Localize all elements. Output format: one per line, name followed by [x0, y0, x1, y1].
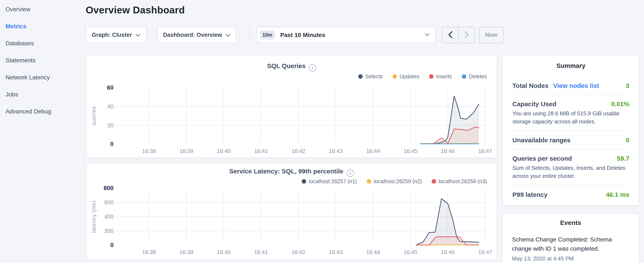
- graph-scope-label: Graph: Cluster: [92, 32, 132, 38]
- info-icon[interactable]: i: [309, 64, 316, 72]
- sql-queries-chart-title: SQL Queriesi: [86, 62, 497, 72]
- legend-label: Deletes: [469, 73, 487, 80]
- summary-row-p99: P99 latency 46.1 ms: [512, 185, 629, 203]
- unavailable-ranges-label: Unavailable ranges: [512, 137, 570, 144]
- time-range-selector[interactable]: 10m Past 10 Minutes: [257, 27, 436, 43]
- legend-dot-icon: [367, 179, 371, 184]
- summary-row-capacity: Capacity Used 0.01% You are using 28.6 M…: [512, 95, 629, 131]
- legend-label: Inserts: [436, 73, 452, 80]
- dashboard-label: Dashboard: Overview: [163, 32, 222, 38]
- time-range-label: Past 10 Minutes: [280, 32, 325, 39]
- sidebar-item-statements[interactable]: Statements: [0, 53, 85, 70]
- view-nodes-list-link[interactable]: View nodes list: [553, 82, 599, 89]
- service-latency-legend: localhost:26257 (n1)localhost:26259 (n2)…: [302, 178, 487, 184]
- chevron-down-icon: [225, 32, 230, 38]
- legend-item: localhost:26259 (n2): [367, 178, 422, 184]
- event-timestamp: May 13, 2020 at 4:45 PM: [512, 255, 629, 262]
- sidebar: Overview Metrics Databases Statements Ne…: [0, 0, 85, 263]
- legend-dot-icon: [429, 74, 434, 79]
- summary-title: Summary: [512, 62, 629, 69]
- summary-row-qps: Queries per second 59.7 Sum of Selects, …: [512, 149, 629, 185]
- service-latency-chart-card: [86, 163, 497, 260]
- summary-row-total-nodes: Total Nodes View nodes list 3: [512, 77, 629, 95]
- info-icon[interactable]: i: [347, 170, 354, 177]
- legend-dot-icon: [432, 179, 436, 184]
- page-title: Overview Dashboard: [86, 4, 185, 16]
- chevron-down-icon: [136, 32, 140, 38]
- events-panel: Events Schema Change Completed: Schema c…: [502, 213, 639, 263]
- p99-latency-label: P99 latency: [512, 191, 548, 198]
- legend-dot-icon: [462, 74, 466, 79]
- toolbar-divider: [249, 27, 250, 43]
- sidebar-item-network-latency[interactable]: Network Latency: [0, 70, 85, 87]
- legend-label: localhost:26258 (n3): [438, 178, 487, 184]
- legend-label: Updates: [400, 73, 419, 80]
- sidebar-item-advanced-debug[interactable]: Advanced Debug: [0, 104, 85, 121]
- sql-queries-legend: SelectsUpdatesInsertsDeletes: [358, 73, 487, 80]
- sidebar-item-databases[interactable]: Databases: [0, 36, 85, 53]
- unavailable-ranges-value: 0: [626, 137, 629, 144]
- legend-item: localhost:26257 (n1): [302, 178, 357, 184]
- legend-dot-icon: [358, 74, 363, 79]
- legend-dot-icon: [392, 74, 397, 79]
- graph-scope-dropdown[interactable]: Graph: Cluster: [86, 27, 146, 43]
- capacity-used-value: 0.01%: [611, 100, 629, 108]
- chart-title-text: SQL Queries: [267, 62, 306, 69]
- total-nodes-label: Total Nodes: [512, 82, 548, 89]
- event-list-item[interactable]: Schema Change Completed: Schema change w…: [512, 235, 629, 262]
- summary-row-unavailable-ranges: Unavailable ranges 0: [512, 131, 629, 149]
- legend-item: Updates: [392, 73, 419, 80]
- service-latency-chart-title: Service Latency: SQL, 99th percentilei: [86, 168, 497, 177]
- dashboard-dropdown[interactable]: Dashboard: Overview: [157, 27, 236, 43]
- now-button[interactable]: Now: [479, 27, 504, 43]
- sidebar-item-overview[interactable]: Overview: [0, 2, 85, 19]
- legend-item: localhost:26258 (n3): [432, 178, 487, 184]
- event-text: Schema Change Completed: Schema change w…: [512, 235, 629, 253]
- legend-dot-icon: [302, 179, 306, 184]
- legend-label: localhost:26259 (n2): [374, 178, 422, 184]
- chevron-down-icon: [424, 33, 430, 37]
- chevron-left-icon: [448, 31, 453, 39]
- total-nodes-value: 3: [626, 82, 629, 89]
- capacity-used-label: Capacity Used: [512, 100, 556, 108]
- legend-item: Inserts: [429, 73, 452, 80]
- sidebar-item-metrics[interactable]: Metrics: [0, 19, 85, 36]
- chart-title-text: Service Latency: SQL, 99th percentile: [229, 168, 343, 175]
- qps-description: Sum of Selects, Updates, Inserts, and De…: [512, 164, 629, 180]
- capacity-used-description: You are using 28.6 MiB of 515.9 GiB usab…: [512, 109, 629, 126]
- legend-item: Selects: [358, 73, 383, 80]
- sidebar-item-jobs[interactable]: Jobs: [0, 87, 85, 104]
- metrics-page: Overview Metrics Databases Statements Ne…: [0, 0, 644, 263]
- events-title: Events: [512, 219, 629, 226]
- qps-label: Queries per second: [512, 155, 572, 162]
- time-step-buttons: [442, 27, 475, 43]
- summary-panel: Summary Total Nodes View nodes list 3 Ca…: [502, 55, 639, 206]
- legend-item: Deletes: [462, 73, 487, 80]
- previous-time-button[interactable]: [442, 27, 458, 43]
- p99-latency-value: 46.1 ms: [606, 191, 629, 198]
- legend-label: localhost:26257 (n1): [309, 178, 357, 184]
- chevron-right-icon: [464, 31, 470, 39]
- legend-label: Selects: [365, 73, 383, 80]
- next-time-button[interactable]: [458, 27, 474, 43]
- qps-value: 59.7: [617, 155, 629, 162]
- time-range-badge: 10m: [260, 31, 274, 39]
